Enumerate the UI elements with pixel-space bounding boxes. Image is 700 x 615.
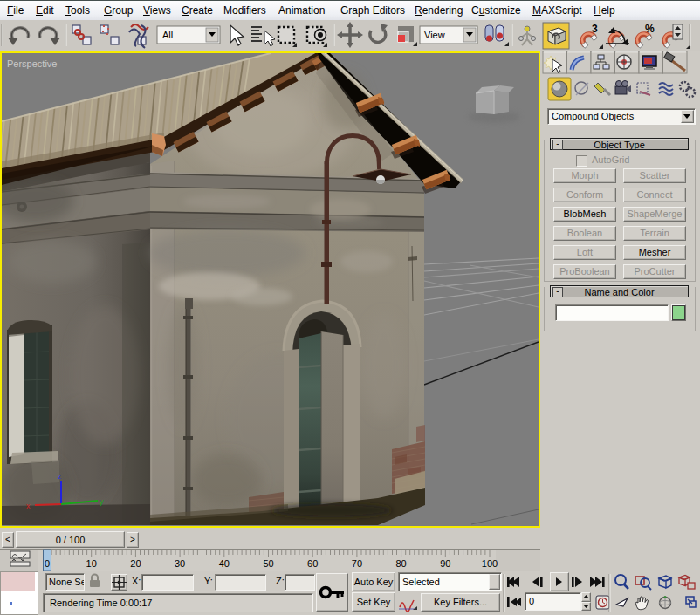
svg-text:40: 40 [219, 558, 230, 569]
svg-text:10: 10 [86, 558, 97, 569]
svg-text:Perspective: Perspective [7, 58, 57, 69]
svg-text:View: View [424, 30, 445, 40]
svg-text:90: 90 [440, 558, 450, 569]
svg-text:20: 20 [130, 558, 141, 569]
svg-text:3: 3 [592, 23, 598, 35]
svg-text:100: 100 [482, 558, 498, 569]
svg-text:y: y [100, 497, 104, 506]
svg-text:50: 50 [263, 558, 273, 569]
svg-text:70: 70 [352, 558, 362, 569]
svg-text:All: All [162, 30, 173, 40]
svg-text:80: 80 [395, 558, 406, 569]
svg-text:z: z [58, 472, 62, 481]
svg-text:30: 30 [175, 558, 185, 569]
svg-text:0: 0 [45, 558, 50, 569]
svg-text:%: % [645, 23, 655, 35]
svg-text:60: 60 [307, 558, 318, 569]
svg-text:x: x [26, 502, 31, 510]
